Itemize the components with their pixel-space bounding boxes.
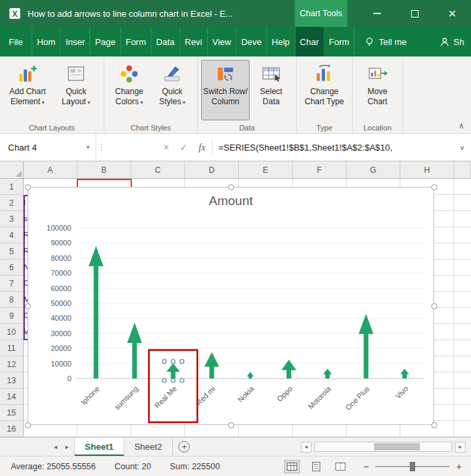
tab-inser[interactable]: Inser: [61, 27, 90, 56]
enter-button[interactable]: ✓: [180, 142, 188, 153]
previous-sheet-icon[interactable]: ◂: [54, 443, 57, 450]
tab-revi[interactable]: Revi: [180, 27, 208, 56]
column-header-f[interactable]: F: [293, 161, 347, 179]
chart-resize-handle[interactable]: [431, 422, 437, 428]
ribbon-button-label: Change Colors ▾: [108, 87, 150, 107]
minimize-button[interactable]: [358, 0, 396, 27]
partial-cell-text: s: [24, 214, 28, 223]
normal-view-button[interactable]: [284, 460, 300, 473]
column-header-e[interactable]: E: [239, 161, 293, 179]
tab-data[interactable]: Data: [151, 27, 180, 56]
formula-input[interactable]: =SERIES(Sheet1!$B$1,Sheet1!$A$2:$A$10,: [219, 134, 454, 161]
column-header-a[interactable]: A: [24, 161, 77, 179]
row-header-14[interactable]: 14: [0, 389, 24, 405]
row-header-15[interactable]: 15: [0, 405, 24, 421]
page-break-preview-button[interactable]: [332, 460, 349, 473]
tab-form[interactable]: Form: [324, 27, 355, 56]
row-header-1[interactable]: 1: [0, 179, 24, 195]
column-header-c[interactable]: C: [131, 161, 185, 179]
formula-bar-drag-handle[interactable]: ⋮: [96, 134, 107, 161]
row-header-13[interactable]: 13: [0, 372, 24, 389]
row-header-3[interactable]: 3: [0, 211, 24, 227]
cancel-button[interactable]: ×: [164, 142, 169, 153]
name-box[interactable]: Chart 4 ▾: [0, 134, 96, 161]
row-header-9[interactable]: 9: [0, 308, 24, 324]
tab-form[interactable]: Form: [121, 27, 151, 56]
tab-hom[interactable]: Hom: [32, 27, 61, 56]
row-header-6[interactable]: 6: [0, 260, 24, 276]
chart-object[interactable]: Amount 010000200003000040000500006000070…: [28, 187, 434, 425]
row-header-10[interactable]: 10: [0, 324, 24, 340]
tab-file[interactable]: File: [0, 27, 32, 56]
column-header-b[interactable]: B: [77, 161, 131, 179]
scrollbar-track[interactable]: [314, 442, 452, 452]
sheet-tab-sheet2[interactable]: Sheet2: [124, 438, 173, 456]
ribbon-group-label: Type: [297, 124, 352, 132]
row-header-7[interactable]: 7: [0, 276, 24, 292]
ribbon-group-label: Chart Layouts: [0, 124, 104, 132]
close-button[interactable]: ×: [433, 0, 471, 27]
select-all-corner[interactable]: [0, 161, 24, 179]
chart-resize-handle[interactable]: [25, 303, 31, 309]
partial-cell-text: I: [24, 198, 26, 206]
quick-layout-button[interactable]: Quick Layout ▾: [52, 60, 100, 120]
add-chart-element-button[interactable]: Add Chart Element ▾: [3, 60, 52, 120]
worksheet[interactable]: ABCDEFGH12345678910111213141516IsRRNOMOV…: [0, 161, 471, 437]
tab-deve[interactable]: Deve: [236, 27, 266, 56]
tab-char[interactable]: Char: [295, 27, 324, 56]
svg-text:Vivo: Vivo: [394, 385, 409, 400]
insert-function-button[interactable]: fx: [198, 142, 206, 153]
change-colors-button[interactable]: Change Colors ▾: [108, 60, 151, 120]
row-header-11[interactable]: 11: [0, 340, 24, 356]
zoom-slider-thumb[interactable]: [410, 462, 415, 471]
row-header-5[interactable]: 5: [0, 243, 24, 260]
quick-styles-button[interactable]: Quick Styles ▾: [151, 60, 194, 120]
ribbon-tab-strip: FileHomInserPageFormDataReviViewDeveHelp…: [0, 27, 471, 56]
chart-resize-handle[interactable]: [25, 422, 31, 428]
column-header-g[interactable]: G: [347, 161, 400, 179]
row-header-12[interactable]: 12: [0, 356, 24, 372]
page-break-icon: [335, 461, 346, 472]
row-header-2[interactable]: 2: [0, 195, 24, 211]
zoom-out-button[interactable]: −: [362, 461, 370, 472]
share-button[interactable]: Sh: [439, 27, 468, 56]
ribbon-button-label: Change Chart Type: [301, 87, 348, 107]
next-sheet-icon[interactable]: ▸: [65, 443, 69, 450]
ribbon-button-label: Select Data: [250, 87, 292, 107]
row-header-4[interactable]: 4: [0, 227, 24, 243]
zoom-in-button[interactable]: +: [455, 461, 463, 472]
move-chart-button[interactable]: Move Chart: [356, 60, 399, 120]
column-header-d[interactable]: D: [185, 161, 239, 179]
row-header-16[interactable]: 16: [0, 421, 24, 437]
collapse-ribbon-icon[interactable]: ∧: [458, 121, 464, 130]
sheet-tab-sheet1[interactable]: Sheet1: [74, 438, 124, 456]
expand-formula-bar-icon[interactable]: ∨: [454, 134, 471, 161]
change-chart-type-button[interactable]: Change Chart Type: [300, 60, 349, 120]
ribbon-button-label: Switch Row/ Column: [202, 87, 249, 107]
scroll-left-icon[interactable]: ◄: [301, 442, 312, 452]
chart-resize-handle[interactable]: [431, 303, 437, 309]
dropdown-caret-icon: ▾: [181, 100, 185, 106]
chart-plot-area[interactable]: 0100002000030000400005000060000700008000…: [28, 188, 435, 426]
row-header-8[interactable]: 8: [0, 292, 24, 308]
column-header-h[interactable]: H: [400, 161, 454, 179]
chart-resize-handle[interactable]: [228, 422, 234, 428]
chart-resize-handle[interactable]: [228, 184, 234, 190]
tab-view[interactable]: View: [208, 27, 237, 56]
page-layout-view-button[interactable]: [308, 460, 324, 473]
zoom-slider[interactable]: [375, 462, 449, 471]
scrollbar-thumb[interactable]: [374, 443, 420, 450]
tell-me[interactable]: Tell me: [364, 27, 406, 56]
maximize-button[interactable]: [396, 0, 433, 27]
name-box-dropdown-icon[interactable]: ▾: [86, 144, 89, 151]
scroll-right-icon[interactable]: ►: [455, 442, 466, 452]
tab-page[interactable]: Page: [90, 27, 120, 56]
chart-resize-handle[interactable]: [25, 184, 31, 190]
select-data-button[interactable]: Select Data: [250, 60, 293, 120]
new-sheet-button[interactable]: +: [173, 438, 196, 456]
switch-row-column-button[interactable]: Switch Row/ Column: [201, 60, 250, 120]
chart-resize-handle[interactable]: [431, 184, 437, 190]
tab-help[interactable]: Help: [267, 27, 295, 56]
view-shortcuts: [284, 460, 349, 473]
arrow-bar: [281, 360, 296, 379]
